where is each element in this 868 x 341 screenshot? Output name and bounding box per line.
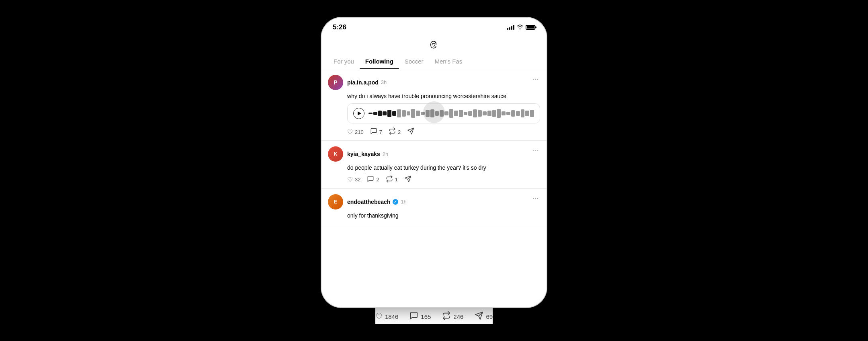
post-2-comment-btn[interactable]: 2 <box>367 175 379 184</box>
bottom-like-count: 1846 <box>385 313 398 320</box>
waveform-bar <box>473 109 477 117</box>
post-2-comment-count: 2 <box>376 177 379 183</box>
post-2-share-btn[interactable] <box>404 175 411 184</box>
post-2-like-btn[interactable]: ♡ 32 <box>347 176 360 183</box>
battery-icon <box>526 25 535 30</box>
post-1-actions: ♡ 210 7 <box>347 127 540 136</box>
tab-for-you[interactable]: For you <box>328 54 360 69</box>
waveform-bar <box>492 110 496 117</box>
post-3-header: E endoatthebeach ✓ 1h ··· <box>328 194 540 210</box>
avatar-kyia[interactable]: K <box>328 146 343 162</box>
bottom-heart-icon: ♡ <box>375 312 383 321</box>
waveform-bar <box>397 109 401 117</box>
waveform-bar <box>416 111 420 116</box>
waveform-bar <box>368 113 373 114</box>
bottom-bar: ♡ 1846 165 246 <box>375 307 493 324</box>
waveform-bar <box>487 111 491 116</box>
post-1-content: why do i always have trouble pronouncing… <box>347 92 540 101</box>
post-3-time: 1h <box>401 199 406 205</box>
tabs-bar: For you Following Soccer Men's Fas <box>321 54 547 69</box>
post-2-actions: ♡ 32 2 <box>347 175 540 184</box>
waveform-bar <box>483 111 487 115</box>
post-1-like-count: 210 <box>355 129 364 135</box>
post-1-repost-btn[interactable]: 2 <box>389 127 401 136</box>
phone-frame: 5:26 <box>321 18 547 307</box>
signal-icon <box>507 25 514 30</box>
post-1-like-btn[interactable]: ♡ 210 <box>347 128 364 136</box>
waveform-bar <box>464 112 468 115</box>
share-icon <box>407 127 414 136</box>
bottom-comment-btn[interactable]: 165 <box>409 311 431 322</box>
post-1-comment-btn[interactable]: 7 <box>370 127 382 136</box>
waveform-bar <box>516 111 520 116</box>
post-3-content: only for thanksgiving <box>347 212 540 220</box>
post-2-repost-count: 1 <box>395 177 398 183</box>
post-2-username[interactable]: kyia_kayaks <box>347 151 380 157</box>
bottom-repost-count: 246 <box>453 313 463 320</box>
waveform-bar <box>468 111 472 116</box>
share-icon <box>404 175 411 184</box>
waveform-bar <box>497 109 501 118</box>
post-3-more-btn[interactable]: ··· <box>531 194 540 203</box>
post-1-header: P pia.in.a.pod 3h ··· <box>328 75 540 90</box>
waveform-bar <box>449 109 453 118</box>
waveform-bar <box>402 110 406 117</box>
tab-following[interactable]: Following <box>360 54 399 69</box>
status-icons <box>507 24 535 31</box>
waveform-bar <box>478 110 482 117</box>
waveform-bar <box>454 111 458 116</box>
repost-icon <box>389 127 396 136</box>
post-2-repost-btn[interactable]: 1 <box>386 175 398 184</box>
comment-icon <box>367 175 374 184</box>
post-1-more-btn[interactable]: ··· <box>531 75 540 83</box>
feed: P pia.in.a.pod 3h ··· why do i always ha… <box>321 69 547 307</box>
waveform-bar <box>387 110 391 117</box>
waveform-bar <box>392 111 396 116</box>
threads-logo <box>321 35 547 54</box>
repost-icon <box>386 175 393 184</box>
waveform-bar <box>511 110 515 117</box>
post-2-content: do people actually eat turkey during the… <box>347 164 540 172</box>
post-3: E endoatthebeach ✓ 1h ··· only for thank… <box>321 189 547 228</box>
post-2-time: 2h <box>383 151 388 157</box>
play-button[interactable] <box>353 108 364 119</box>
bottom-comment-icon <box>409 311 418 322</box>
bottom-share-count: 69 <box>486 313 493 320</box>
post-1-time: 3h <box>381 79 387 85</box>
waveform-bar <box>373 112 377 115</box>
tab-mens-fas[interactable]: Men's Fas <box>429 54 468 69</box>
waveform-bar <box>407 111 411 115</box>
post-2-header: K kyia_kayaks 2h ··· <box>328 146 540 162</box>
post-1-username[interactable]: pia.in.a.pod <box>347 79 379 86</box>
audio-waveform <box>368 109 534 118</box>
bottom-like-btn[interactable]: ♡ 1846 <box>375 312 398 321</box>
avatar-endo[interactable]: E <box>328 194 343 210</box>
avatar-pia[interactable]: P <box>328 75 343 90</box>
wifi-icon <box>517 24 523 31</box>
bottom-repost-btn[interactable]: 246 <box>442 311 463 322</box>
post-1-share-btn[interactable] <box>407 127 414 136</box>
waveform-bar <box>421 112 425 115</box>
post-3-username[interactable]: endoatthebeach <box>347 199 390 205</box>
comment-icon <box>370 127 377 136</box>
status-time: 5:26 <box>333 23 346 31</box>
bottom-share-btn[interactable]: 69 <box>475 311 493 322</box>
waveform-bar <box>521 109 525 117</box>
waveform-bar <box>430 109 434 117</box>
bottom-repost-icon <box>442 311 451 322</box>
verified-badge: ✓ <box>393 199 398 205</box>
waveform-bar <box>530 110 534 117</box>
heart-icon: ♡ <box>347 176 353 183</box>
play-triangle-icon <box>358 111 361 115</box>
heart-icon: ♡ <box>347 128 353 136</box>
waveform-bar <box>435 111 439 116</box>
waveform-bar <box>525 111 529 116</box>
tab-soccer[interactable]: Soccer <box>399 54 429 69</box>
post-1-comment-count: 7 <box>379 129 382 135</box>
status-bar: 5:26 <box>321 18 547 35</box>
audio-player[interactable] <box>347 103 540 123</box>
post-2-like-count: 32 <box>355 177 360 183</box>
outer-container: 5:26 <box>321 18 547 324</box>
waveform-bar <box>506 112 510 115</box>
post-2-more-btn[interactable]: ··· <box>531 146 540 155</box>
